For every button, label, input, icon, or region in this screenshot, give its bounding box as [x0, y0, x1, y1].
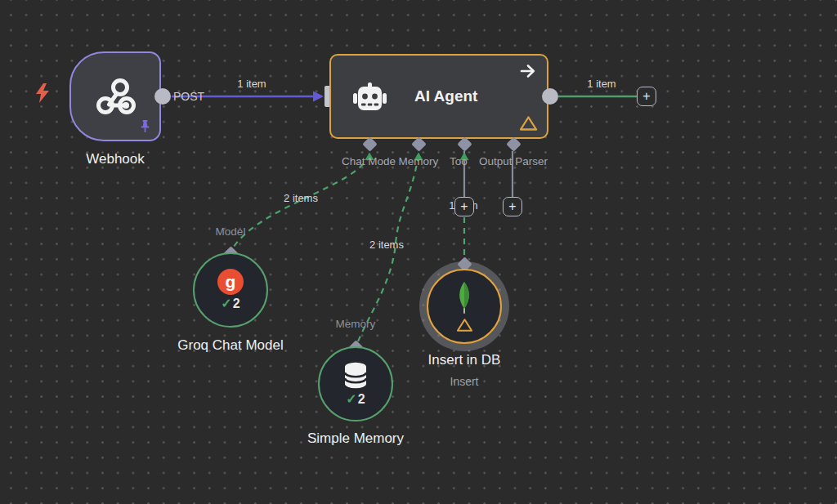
add-node-button-tool[interactable]: +	[454, 197, 474, 216]
success-check-icon: ✓	[346, 391, 356, 407]
workflow-canvas[interactable]: 1 item 1 item 2 items 2 items 1 item Web…	[0, 0, 837, 504]
agent-port-label-output-parser: Output Parser	[479, 155, 548, 167]
memory-run-status: ✓ 2	[346, 391, 365, 407]
groq-port-label: Model	[216, 225, 246, 238]
node-simple-memory[interactable]: ✓ 2	[318, 346, 393, 421]
wire-label-webhook-agent: 1 item	[237, 78, 266, 90]
arrow-right-icon[interactable]	[519, 63, 537, 79]
mongodb-leaf-icon	[454, 281, 475, 315]
groq-run-status: ✓ 2	[221, 296, 239, 311]
database-icon	[342, 361, 369, 390]
agent-node-title: AI Agent	[414, 87, 477, 105]
insert-db-node-subtitle: Insert	[450, 375, 478, 388]
node-webhook[interactable]	[69, 51, 161, 141]
webhook-icon	[96, 77, 136, 116]
agent-port-label-tool: Too	[450, 155, 468, 167]
groq-node-title: Groq Chat Model	[177, 337, 283, 354]
trigger-bolt-icon	[34, 83, 51, 103]
webhook-method-label: POST	[173, 90, 204, 103]
wire-label-agent-output: 1 item	[587, 78, 615, 90]
webhook-node-title: Webhook	[86, 151, 145, 167]
insert-db-node-title: Insert in DB	[428, 352, 501, 368]
add-node-button-output-parser[interactable]: +	[503, 197, 522, 216]
agent-port-label-memory: Memory	[399, 155, 439, 167]
wire-label-model: 2 items	[284, 192, 318, 204]
wire-arrowhead-agent-input	[313, 91, 324, 102]
robot-icon	[351, 79, 388, 117]
node-ai-agent[interactable]: AI Agent	[329, 54, 548, 139]
success-check-icon: ✓	[221, 296, 231, 311]
groq-logo-icon: g	[217, 269, 244, 295]
add-node-button-agent-output[interactable]: +	[637, 87, 656, 106]
agent-output-endpoint[interactable]	[542, 88, 558, 105]
pin-icon	[139, 119, 151, 133]
node-insert-in-db[interactable]	[427, 269, 502, 344]
warning-triangle-icon	[456, 318, 473, 332]
agent-port-label-chat-model: Chat Mode	[342, 155, 396, 167]
wire-label-memory: 2 items	[369, 239, 404, 251]
node-groq-chat-model[interactable]: g ✓ 2	[193, 252, 268, 328]
warning-triangle-icon	[519, 115, 538, 132]
webhook-output-endpoint[interactable]	[154, 88, 171, 105]
memory-port-label: Memory	[336, 318, 376, 330]
simple-memory-node-title: Simple Memory	[307, 430, 404, 447]
